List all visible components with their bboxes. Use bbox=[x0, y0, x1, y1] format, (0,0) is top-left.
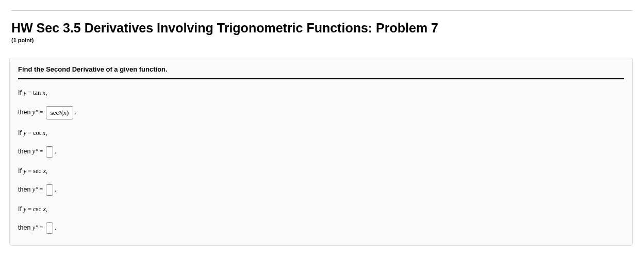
comma: , bbox=[45, 89, 47, 98]
if-label: If bbox=[18, 89, 22, 98]
comma: , bbox=[45, 129, 47, 138]
page-title: HW Sec 3.5 Derivatives Involving Trigono… bbox=[11, 20, 633, 36]
answer-line-cot: then y″ = . bbox=[18, 146, 624, 158]
top-rule bbox=[11, 10, 633, 11]
y-double-prime: y″ bbox=[32, 185, 38, 195]
problem-panel: Find the Second Derivative of a given fu… bbox=[9, 58, 633, 246]
answer-line-csc: then y″ = . bbox=[18, 222, 624, 234]
var-y: y bbox=[23, 167, 26, 176]
var-y: y bbox=[23, 89, 26, 98]
answer-input-sec[interactable] bbox=[46, 184, 53, 196]
answer-line-sec: then y″ = . bbox=[18, 184, 624, 196]
then-label: then bbox=[18, 147, 30, 157]
func-name: cot bbox=[33, 129, 41, 138]
if-label: If bbox=[18, 129, 22, 138]
instruction-text: Find the Second Derivative of a given fu… bbox=[18, 65, 624, 79]
points-label: (1 point) bbox=[11, 37, 633, 43]
equals: = bbox=[28, 129, 31, 138]
func-name: csc bbox=[33, 205, 41, 214]
y-double-prime: y″ bbox=[32, 147, 38, 157]
answer-input-csc[interactable] bbox=[46, 222, 53, 234]
answer-input-tan[interactable]: sec2(x) bbox=[46, 106, 74, 119]
equals: = bbox=[40, 185, 43, 195]
then-label: then bbox=[18, 185, 30, 195]
then-label: then bbox=[18, 223, 30, 233]
answer-input-cot[interactable] bbox=[46, 146, 53, 158]
dot: . bbox=[55, 147, 56, 157]
if-label: If bbox=[18, 205, 22, 214]
answer-line-tan: then y″ = sec2(x) . bbox=[18, 106, 624, 119]
comma: , bbox=[46, 205, 47, 214]
equals: = bbox=[28, 89, 31, 98]
equals: = bbox=[40, 147, 43, 157]
equals: = bbox=[40, 223, 43, 233]
dot: . bbox=[55, 185, 56, 195]
equals: = bbox=[28, 167, 31, 176]
func-name: tan bbox=[33, 89, 41, 98]
func-name: sec bbox=[33, 167, 41, 176]
dot: . bbox=[55, 223, 56, 233]
var-y: y bbox=[23, 129, 26, 138]
if-label: If bbox=[18, 167, 22, 176]
question-line-cot: If y = cot x, bbox=[18, 129, 624, 138]
dot: . bbox=[75, 108, 76, 117]
y-double-prime: y″ bbox=[32, 223, 38, 233]
equals: = bbox=[40, 108, 43, 117]
y-double-prime: y″ bbox=[32, 108, 38, 117]
question-line-sec: If y = sec x, bbox=[18, 167, 624, 176]
comma: , bbox=[46, 167, 47, 176]
question-line-csc: If y = csc x, bbox=[18, 205, 624, 214]
then-label: then bbox=[18, 108, 30, 117]
var-y: y bbox=[23, 205, 26, 214]
question-line-tan: If y = tan x, bbox=[18, 89, 624, 98]
equals: = bbox=[28, 205, 31, 214]
